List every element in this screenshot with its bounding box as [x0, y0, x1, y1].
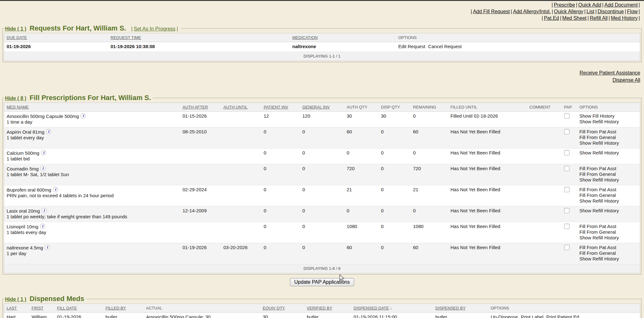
pap-checkbox[interactable]: [564, 166, 569, 171]
requests-col-medication[interactable]: MEDICATION: [290, 33, 396, 42]
info-icon[interactable]: i: [41, 150, 46, 155]
auth-qty-cell: 60: [344, 127, 379, 148]
pap-checkbox[interactable]: [564, 224, 569, 229]
option-link[interactable]: Fill From General: [580, 135, 638, 140]
requests-col-request-time[interactable]: REQUEST TIME: [108, 33, 290, 42]
fill-col-auth-until[interactable]: AUTH UNTIL: [221, 103, 261, 112]
dispensed-col-fill-date[interactable]: FILL DATE: [55, 304, 103, 313]
options-cell: Fill From Pat Asst Fill From General Sho…: [577, 185, 640, 206]
nav-link-add-allergy-intol[interactable]: Add Allergy/Intol.: [513, 9, 551, 14]
hide-requests-link[interactable]: Hide ( 1 ): [5, 26, 26, 31]
requests-col-due-date[interactable]: DUE DATE: [4, 33, 108, 42]
option-link[interactable]: Show Fill History: [580, 113, 638, 119]
edit-request-link[interactable]: Edit Request: [398, 44, 425, 49]
pap-cell: [562, 127, 577, 148]
receive-patient-assistance-link[interactable]: Receive Patient Assistance: [0, 69, 640, 76]
nav-link-list[interactable]: List: [586, 9, 594, 14]
nav-link-add-document[interactable]: Add Document: [604, 2, 638, 8]
option-link[interactable]: Show Refill History: [580, 235, 638, 241]
option-link[interactable]: Fill From General: [580, 250, 638, 256]
info-icon[interactable]: i: [80, 113, 86, 119]
option-link[interactable]: Show Refill History: [580, 140, 638, 146]
option-link[interactable]: Fill From General: [580, 229, 638, 235]
dispensed-col-dispensed-by[interactable]: DISPENSED BY: [433, 304, 488, 313]
sig-text: 1 tablets every day: [7, 230, 178, 235]
fill-col-med-name[interactable]: MED NAME: [4, 103, 180, 112]
dispensed-col-last[interactable]: LAST: [4, 304, 29, 313]
pap-checkbox[interactable]: [564, 245, 569, 250]
dispensed-col-equiv-qty[interactable]: EQUIV QTY: [260, 304, 304, 313]
pap-cell: [562, 243, 577, 264]
option-link[interactable]: Fill From General: [580, 192, 638, 198]
fill-col-auth-after[interactable]: AUTH AFTER: [180, 103, 221, 112]
pap-checkbox[interactable]: [564, 187, 569, 192]
option-link[interactable]: Fill From Pat Asst: [580, 245, 638, 250]
option-link[interactable]: Fill From Pat Asst: [580, 224, 638, 229]
nav-link-quick-allergy[interactable]: Quick Allergy: [554, 9, 583, 14]
fill-col-general-inv[interactable]: GENERAL INV: [300, 103, 344, 112]
info-icon[interactable]: i: [42, 208, 47, 213]
comment-cell: [527, 148, 562, 164]
patient-inv-cell: 0: [261, 243, 300, 264]
fill-row: naltrexone 4.5mgi 1 per day 01-19-2026 0…: [4, 243, 640, 264]
nav-link-refill-all[interactable]: Refill All: [590, 15, 608, 21]
top-nav-row-3: |Pat.Ed|Med Sheet|Refill All|Med History…: [0, 15, 641, 21]
option-link[interactable]: Fill From Pat Asst: [580, 129, 638, 135]
nav-link-quick-add[interactable]: Quick Add: [578, 2, 601, 8]
update-pap-applications-button[interactable]: Update PAP Applications: [290, 278, 354, 286]
info-icon[interactable]: i: [46, 129, 51, 134]
option-link[interactable]: Fill From Pat Asst: [580, 187, 638, 192]
pap-checkbox[interactable]: [564, 129, 569, 134]
dispensed-col-dispensed-date[interactable]: DISPENSED DATE↓: [351, 304, 433, 313]
options-cell: Show Refill History: [577, 206, 640, 222]
dispense-all-link[interactable]: Dispense All: [0, 76, 640, 84]
nav-link-med-history[interactable]: Med History: [611, 15, 637, 21]
general-inv-cell: 120: [300, 112, 344, 127]
print-label-link[interactable]: Print Label: [521, 314, 543, 318]
print-patient-ed-link[interactable]: Print Patient Ed: [546, 314, 579, 318]
pap-checkbox[interactable]: [564, 113, 569, 119]
auth-until-cell: [221, 127, 261, 148]
dispensed-col-verified-by[interactable]: VERIFIED BY: [304, 304, 351, 313]
cancel-request-link[interactable]: Cancel Request: [428, 44, 462, 49]
nav-link-prescribe[interactable]: Prescribe: [554, 2, 575, 8]
comment-cell: [527, 243, 562, 264]
last-name-cell: Hart,: [4, 313, 29, 318]
pap-checkbox[interactable]: [564, 208, 569, 213]
remaining-cell: 0: [411, 206, 448, 222]
un-dispense-link[interactable]: Un-Dispense: [491, 314, 518, 318]
comment-cell: [527, 222, 562, 243]
hide-fill-link[interactable]: Hide ( 8 ): [5, 96, 26, 101]
info-icon[interactable]: i: [45, 245, 50, 250]
option-link[interactable]: Show Refill History: [580, 198, 638, 204]
option-link[interactable]: Show Refill History: [580, 150, 638, 156]
option-link[interactable]: Show Refill History: [580, 208, 638, 214]
info-icon[interactable]: i: [40, 224, 45, 229]
nav-link-med-sheet[interactable]: Med Sheet: [562, 15, 586, 21]
nav-link-discontinue[interactable]: Discontinue: [597, 9, 624, 14]
info-icon[interactable]: i: [53, 187, 58, 192]
option-link[interactable]: Show Refill History: [580, 119, 638, 125]
option-link[interactable]: Show Refill History: [580, 256, 638, 262]
side-links: Receive Patient Assistance Dispense All: [0, 62, 644, 84]
option-link[interactable]: Fill From Pat Asst: [580, 166, 638, 171]
fill-col-patient-inv[interactable]: PATIENT INV: [261, 103, 300, 112]
fill-paging-row: DISPLAYING 1-8 / 8: [4, 264, 640, 273]
set-as-in-progress-link[interactable]: Set As In Progress: [134, 26, 175, 31]
auth-until-cell: 03-20-2026: [221, 243, 261, 264]
option-link[interactable]: Show Refill History: [580, 177, 638, 183]
requests-displaying-text: DISPLAYING 1-1 / 1: [4, 52, 640, 61]
general-inv-cell: 0: [300, 185, 344, 206]
nav-link-pat-ed[interactable]: Pat.Ed: [544, 15, 559, 21]
auth-until-cell: [221, 164, 261, 185]
hide-dispensed-link[interactable]: Hide ( 1 ): [5, 297, 26, 302]
auth-until-cell: [221, 148, 261, 164]
dispensed-col-first[interactable]: FIRST: [29, 304, 55, 313]
nav-link-flow[interactable]: Flow: [627, 9, 638, 14]
option-link[interactable]: Fill From General: [580, 171, 638, 177]
comment-cell: [527, 127, 562, 148]
info-icon[interactable]: i: [40, 166, 46, 171]
nav-link-add-fill-request[interactable]: Add Fill Request: [473, 9, 510, 14]
pap-checkbox[interactable]: [564, 150, 569, 155]
dispensed-col-filled-by[interactable]: FILLED BY: [103, 304, 144, 313]
